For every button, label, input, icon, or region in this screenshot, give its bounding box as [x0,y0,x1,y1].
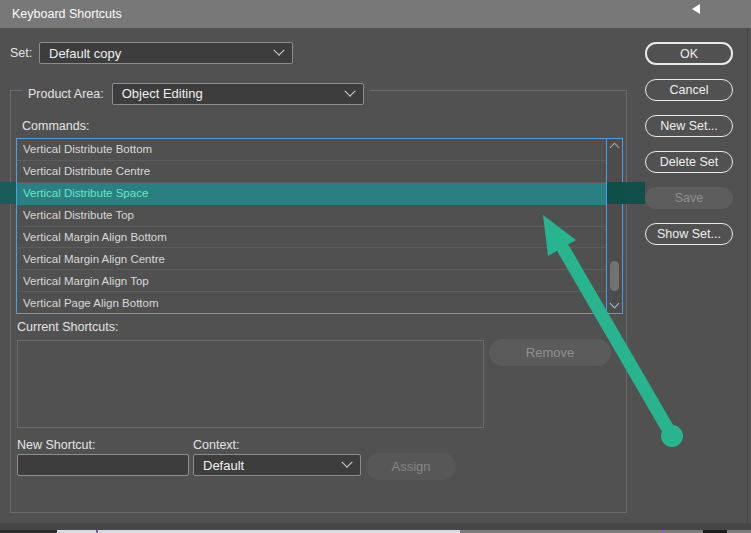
command-row[interactable]: Vertical Distribute Top [17,205,606,227]
commands-scrollbar[interactable] [606,139,622,313]
scroll-down-icon[interactable] [610,299,620,309]
commands-label: Commands: [22,119,89,133]
command-row[interactable]: Vertical Page Align Bottom [17,292,606,313]
commands-listbox: Vertical Distribute BottomVertical Distr… [16,138,623,314]
background-strip [0,523,751,530]
keyboard-shortcuts-dialog: Keyboard Shortcuts Set: Default copy Pro… [0,0,751,533]
command-row[interactable]: Vertical Margin Align Top [17,270,606,292]
cancel-button[interactable]: Cancel [645,79,733,101]
show-set-button[interactable]: Show Set... [645,223,733,245]
scrollbar-thumb[interactable] [610,261,619,291]
current-shortcuts-label: Current Shortcuts: [17,320,118,334]
command-row[interactable]: Vertical Margin Align Bottom [17,227,606,249]
save-button[interactable]: Save [645,187,733,209]
selection-band-scrollbar [607,182,623,204]
chevron-down-icon [341,457,352,468]
command-row[interactable]: Vertical Distribute Space [17,183,606,205]
commands-list-rows: Vertical Distribute BottomVertical Distr… [17,139,606,313]
dialog-title: Keyboard Shortcuts [12,7,122,21]
context-label: Context: [193,438,240,452]
selection-band-right [623,182,645,204]
new-shortcut-input[interactable] [17,454,189,476]
command-row[interactable]: Vertical Distribute Bottom [17,139,606,161]
delete-set-button[interactable]: Delete Set [645,151,733,173]
set-label: Set: [10,46,32,60]
context-dropdown-value: Default [203,458,244,473]
remove-button[interactable]: Remove [489,339,611,366]
dialog-titlebar[interactable]: Keyboard Shortcuts [0,0,751,28]
new-shortcut-label: New Shortcut: [17,438,96,452]
chevron-down-icon [273,45,284,56]
selection-band-left [0,182,16,204]
product-area-dropdown[interactable]: Object Editing [112,83,364,105]
current-shortcuts-box[interactable] [17,340,484,428]
product-area-dropdown-value: Object Editing [122,86,203,101]
scroll-up-icon[interactable] [610,143,620,153]
product-area-label: Product Area: [28,87,104,101]
new-set-button[interactable]: New Set... [645,115,733,137]
command-row[interactable]: Vertical Distribute Centre [17,161,606,183]
set-dropdown-value: Default copy [49,46,121,61]
cursor-arrow-icon [692,4,700,14]
chevron-down-icon [344,85,355,96]
set-dropdown[interactable]: Default copy [39,42,293,64]
ok-button[interactable]: OK [645,42,733,65]
context-dropdown[interactable]: Default [193,454,361,476]
window-edge-shade [747,28,748,523]
assign-button[interactable]: Assign [366,453,456,480]
command-row[interactable]: Vertical Margin Align Centre [17,248,606,270]
